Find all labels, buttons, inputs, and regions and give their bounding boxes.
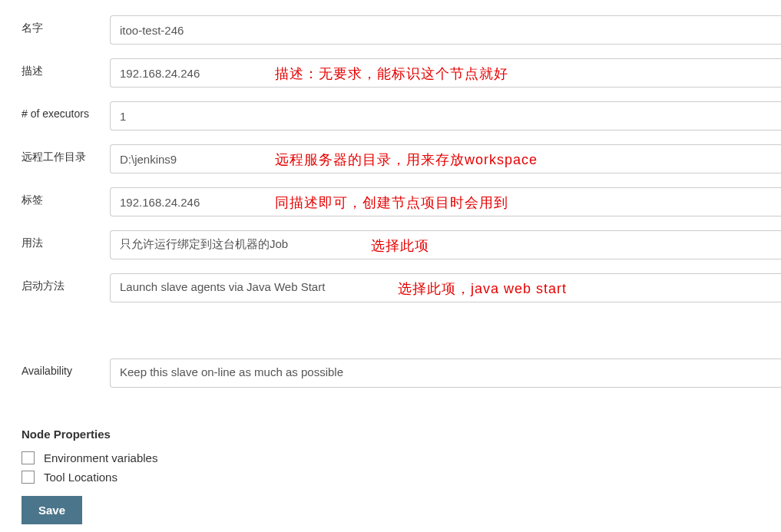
tool-locations-checkbox[interactable]: [22, 471, 35, 484]
env-vars-checkbox[interactable]: [22, 451, 35, 464]
launch-method-label: 启动方法: [22, 273, 110, 293]
launch-method-row: 启动方法 Launch slave agents via Java Web St…: [22, 273, 781, 302]
env-vars-row[interactable]: Environment variables: [22, 451, 781, 464]
executors-label: # of executors: [22, 101, 110, 120]
name-label: 名字: [22, 15, 110, 35]
launch-method-select[interactable]: Launch slave agents via Java Web Start: [110, 273, 781, 302]
executors-row: # of executors: [22, 101, 781, 131]
description-label: 描述: [22, 58, 110, 78]
remote-dir-label: 远程工作目录: [22, 144, 110, 164]
remote-dir-row: 远程工作目录 远程服务器的目录，用来存放workspace: [22, 144, 781, 173]
executors-input[interactable]: [110, 101, 781, 131]
tool-locations-label: Tool Locations: [44, 471, 117, 484]
name-input[interactable]: [110, 15, 781, 45]
remote-dir-input[interactable]: [110, 144, 781, 173]
name-row: 名字: [22, 15, 781, 45]
availability-row: Availability Keep this slave on-line as …: [22, 359, 781, 388]
labels-input[interactable]: [110, 187, 781, 216]
description-row: 描述 描述：无要求，能标识这个节点就好: [22, 58, 781, 88]
labels-label: 标签: [22, 187, 110, 207]
env-vars-label: Environment variables: [44, 451, 157, 464]
usage-row: 用法 只允许运行绑定到这台机器的Job 选择此项: [22, 230, 781, 259]
usage-label: 用法: [22, 230, 110, 250]
node-properties-header: Node Properties: [22, 428, 781, 441]
description-input[interactable]: [110, 58, 781, 88]
labels-row: 标签 同描述即可，创建节点项目时会用到: [22, 187, 781, 216]
tool-locations-row[interactable]: Tool Locations: [22, 471, 781, 484]
availability-label: Availability: [22, 359, 110, 377]
usage-select[interactable]: 只允许运行绑定到这台机器的Job: [110, 230, 781, 259]
save-button[interactable]: Save: [22, 496, 82, 524]
availability-select[interactable]: Keep this slave on-line as much as possi…: [110, 359, 781, 388]
